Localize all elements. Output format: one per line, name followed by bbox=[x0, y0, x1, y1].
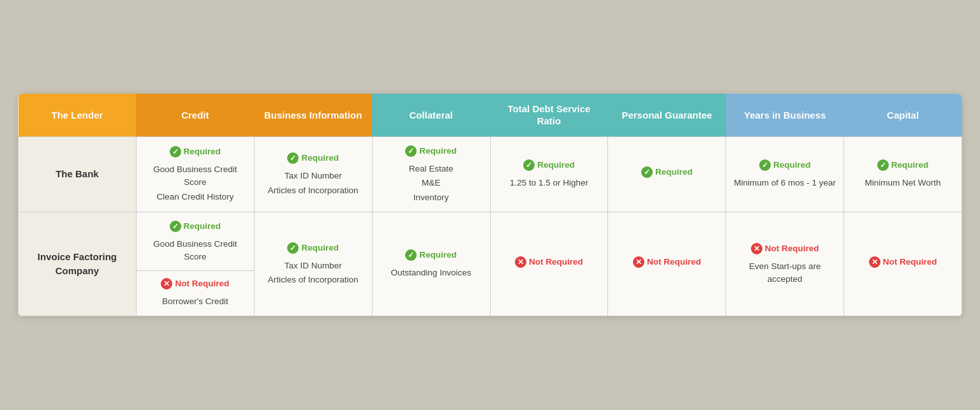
cell-content: ✓RequiredMinimum Net Worth bbox=[850, 159, 955, 190]
cell-pg: ✓Required bbox=[608, 136, 726, 212]
not-required-badge: ✕Not Required bbox=[633, 256, 701, 268]
cell-bizinfo: ✓RequiredTax ID NumberArticles of Incorp… bbox=[254, 212, 372, 316]
table-row: The Bank✓RequiredGood Business Credit Sc… bbox=[19, 136, 962, 212]
cell-detail: Clean Credit History bbox=[156, 191, 234, 203]
cell-content: ✓Required bbox=[614, 166, 719, 182]
check-icon: ✓ bbox=[523, 159, 535, 171]
cell-content: ✓RequiredOutstanding Invoices bbox=[379, 249, 484, 280]
cross-icon: ✕ bbox=[161, 278, 172, 289]
badge-label: Required bbox=[891, 159, 929, 172]
cell-content: ✓RequiredTax ID NumberArticles of Incorp… bbox=[261, 152, 366, 197]
lender-name: The Bank bbox=[19, 136, 137, 212]
header-credit: Credit bbox=[136, 94, 254, 137]
badge-label: Required bbox=[773, 159, 811, 172]
required-badge: ✓Required bbox=[405, 249, 457, 261]
cell-detail: Minimum of 6 mos - 1 year bbox=[734, 177, 836, 189]
required-badge: ✓Required bbox=[405, 145, 457, 157]
required-badge: ✓Required bbox=[877, 159, 929, 172]
cell-content: ✕Not Required bbox=[497, 256, 602, 272]
cell-content: ✓Required1.25 to 1.5 or Higher bbox=[497, 159, 602, 190]
cell-detail: 1.25 to 1.5 or Higher bbox=[510, 177, 588, 189]
header-capital: Capital bbox=[844, 94, 962, 137]
cross-icon: ✕ bbox=[751, 243, 762, 254]
badge-label: Not Required bbox=[175, 277, 229, 290]
header-yib: Years in Business bbox=[726, 94, 844, 137]
required-badge: ✓Required bbox=[287, 242, 339, 254]
required-badge: ✓Required bbox=[641, 166, 693, 179]
not-required-badge: ✕Not Required bbox=[515, 256, 583, 268]
header-lender: The Lender bbox=[19, 94, 137, 137]
cell-bizinfo: ✓RequiredTax ID NumberArticles of Incorp… bbox=[254, 136, 372, 212]
not-required-badge: ✕Not Required bbox=[751, 242, 819, 255]
cell-detail: Minimum Net Worth bbox=[865, 177, 941, 189]
required-badge: ✓Required bbox=[523, 159, 575, 172]
cell-content: ✕Not Required bbox=[614, 256, 719, 272]
cell-content: ✕Not Required bbox=[850, 256, 955, 272]
badge-label: Required bbox=[655, 166, 693, 179]
cell-capital: ✓RequiredMinimum Net Worth bbox=[844, 136, 962, 212]
header-tdsr: Total Debt Service Ratio bbox=[490, 94, 608, 137]
badge-label: Required bbox=[537, 159, 575, 172]
cell-detail: Borrower's Credit bbox=[162, 295, 228, 308]
required-badge: ✓Required bbox=[759, 159, 811, 172]
cell-collateral: ✓RequiredOutstanding Invoices bbox=[372, 212, 490, 316]
badge-label: Required bbox=[419, 145, 457, 157]
header-collateral: Collateral bbox=[372, 94, 490, 137]
cell-content: ✓RequiredGood Business Credit Score✕Not … bbox=[143, 220, 248, 308]
badge-label: Required bbox=[184, 220, 221, 233]
badge-label: Required bbox=[301, 242, 339, 254]
check-icon: ✓ bbox=[877, 159, 889, 171]
badge-label: Not Required bbox=[529, 256, 583, 268]
cell-content: ✓RequiredGood Business Credit ScoreClean… bbox=[143, 145, 248, 203]
cell-detail: Tax ID Number bbox=[285, 170, 342, 182]
cell-collateral: ✓RequiredReal EstateM&EInventory bbox=[372, 136, 490, 212]
cell-credit: ✓RequiredGood Business Credit Score✕Not … bbox=[136, 212, 254, 316]
cell-tdsr: ✓Required1.25 to 1.5 or Higher bbox=[490, 136, 608, 212]
required-badge: ✓Required bbox=[170, 145, 221, 158]
not-required-badge: ✕Not Required bbox=[869, 256, 937, 268]
cell-credit: ✓RequiredGood Business Credit ScoreClean… bbox=[136, 136, 254, 212]
comparison-table: The Lender Credit Business Information C… bbox=[18, 94, 962, 316]
badge-label: Required bbox=[184, 145, 221, 158]
badge-label: Required bbox=[301, 152, 339, 165]
cell-detail: Articles of Incorporation bbox=[268, 184, 359, 197]
cell-content: ✓RequiredTax ID NumberArticles of Incorp… bbox=[261, 242, 366, 287]
badge-label: Not Required bbox=[765, 242, 819, 255]
cell-detail: Good Business Credit Score bbox=[143, 163, 248, 189]
cell-detail: Real Estate bbox=[409, 163, 454, 175]
not-required-badge: ✕Not Required bbox=[161, 277, 229, 290]
check-icon: ✓ bbox=[641, 166, 653, 178]
cross-icon: ✕ bbox=[633, 256, 644, 268]
cell-detail: Articles of Incorporation bbox=[268, 274, 359, 286]
cell-capital: ✕Not Required bbox=[844, 212, 962, 316]
check-icon: ✓ bbox=[405, 145, 417, 157]
required-badge: ✓Required bbox=[170, 220, 221, 233]
cell-detail: Inventory bbox=[413, 191, 449, 204]
cell-tdsr: ✕Not Required bbox=[490, 212, 608, 316]
required-badge: ✓Required bbox=[287, 152, 339, 165]
header-pg: Personal Guarantee bbox=[608, 94, 726, 137]
check-icon: ✓ bbox=[405, 249, 417, 261]
check-icon: ✓ bbox=[170, 221, 181, 232]
check-icon: ✓ bbox=[287, 242, 299, 254]
cell-content: ✓RequiredMinimum of 6 mos - 1 year bbox=[732, 159, 837, 190]
lender-name: Invoice Factoring Company bbox=[19, 212, 137, 316]
cell-content: ✓RequiredReal EstateM&EInventory bbox=[379, 145, 484, 204]
cross-icon: ✕ bbox=[869, 256, 880, 268]
cell-detail: Even Start-ups are accepted bbox=[732, 260, 837, 286]
cell-pg: ✕Not Required bbox=[608, 212, 726, 316]
table-row: Invoice Factoring Company✓RequiredGood B… bbox=[19, 212, 962, 316]
cell-detail: Tax ID Number bbox=[285, 260, 342, 272]
check-icon: ✓ bbox=[287, 152, 299, 164]
check-icon: ✓ bbox=[759, 159, 771, 171]
cross-icon: ✕ bbox=[515, 256, 526, 268]
cell-detail: Outstanding Invoices bbox=[391, 267, 471, 279]
cell-content: ✕Not RequiredEven Start-ups are accepted bbox=[732, 242, 837, 286]
header-bizinfo: Business Information bbox=[254, 94, 372, 137]
check-icon: ✓ bbox=[170, 146, 181, 157]
badge-label: Required bbox=[419, 249, 457, 261]
badge-label: Not Required bbox=[647, 256, 701, 268]
cell-yib: ✓RequiredMinimum of 6 mos - 1 year bbox=[726, 136, 844, 212]
cell-detail: Good Business Credit Score bbox=[143, 238, 248, 264]
badge-label: Not Required bbox=[883, 256, 937, 268]
